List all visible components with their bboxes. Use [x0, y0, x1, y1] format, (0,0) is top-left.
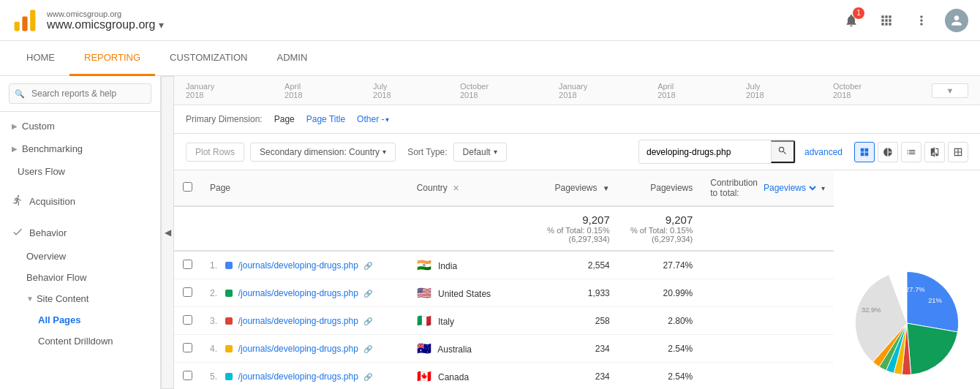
- row-pv1: 1,933: [526, 279, 618, 307]
- primary-dimension-label: Primary Dimension:: [186, 114, 263, 124]
- table-row: 4. /journals/developing-drugs.php 🔗 🇦🇺 A…: [174, 335, 834, 363]
- sidebar-item-behavior-flow[interactable]: Behavior Flow: [0, 267, 160, 288]
- row-checkbox[interactable]: [183, 343, 192, 352]
- arrow-icon: ▶: [12, 122, 18, 130]
- sidebar-item-content-drilldown[interactable]: Content Drilldown: [0, 331, 160, 352]
- external-link-icon: 🔗: [363, 290, 372, 298]
- sidebar-item-users-flow[interactable]: Users Flow: [0, 160, 160, 183]
- row-checkbox-cell: [174, 279, 201, 307]
- sidebar-item-overview[interactable]: Overview: [0, 246, 160, 267]
- svg-text:21%: 21%: [928, 296, 942, 304]
- row-contribution: [701, 363, 834, 390]
- sidebar-section-acquisition: Acquisition: [0, 186, 160, 217]
- header-pageviews-sort[interactable]: Pageviews ▼: [526, 170, 618, 206]
- view-compare-button[interactable]: [924, 142, 945, 162]
- sidebar-item-all-pages[interactable]: All Pages: [0, 309, 160, 331]
- sort-type-button[interactable]: Default ▾: [453, 143, 507, 162]
- secondary-dimension-button[interactable]: Secondary dimension: Country ▾: [250, 143, 396, 162]
- page-link[interactable]: /journals/developing-drugs.php: [238, 260, 358, 271]
- view-table-button[interactable]: [901, 142, 921, 162]
- behavior-icon: [12, 226, 23, 240]
- view-icons: [854, 142, 968, 162]
- table-row: 5. /journals/developing-drugs.php 🔗 🇨🇦 C…: [174, 363, 834, 390]
- row-country: 🇺🇸 United States: [408, 279, 527, 307]
- row-color-dot: [225, 317, 233, 325]
- row-checkbox[interactable]: [183, 371, 192, 380]
- chart-toggle[interactable]: ▼: [932, 83, 968, 98]
- search-box: [0, 76, 160, 112]
- table-row: 3. /journals/developing-drugs.php 🔗 🇮🇹 I…: [174, 307, 834, 335]
- plot-rows-button[interactable]: Plot Rows: [186, 143, 244, 162]
- contribution-select[interactable]: Pageviews: [761, 182, 818, 194]
- sidebar-item-benchmarking[interactable]: ▶ Benchmarking: [0, 137, 160, 160]
- dim-other-button[interactable]: Other - ▾: [354, 113, 392, 126]
- row-checkbox-cell: [174, 251, 201, 279]
- site-url-main: www.omicsgroup.org ▾: [47, 18, 840, 31]
- page-link[interactable]: /journals/developing-drugs.php: [238, 288, 358, 298]
- row-color-dot: [225, 345, 233, 352]
- search-input[interactable]: [9, 83, 151, 104]
- row-checkbox-cell: [174, 363, 201, 390]
- row-checkbox[interactable]: [183, 315, 192, 325]
- timeline-label-5: January 2018: [559, 82, 599, 99]
- row-pv2: 2.54%: [619, 363, 702, 390]
- page-link[interactable]: /journals/developing-drugs.php: [238, 371, 358, 382]
- filter-search-button[interactable]: [771, 140, 795, 163]
- view-pie-button[interactable]: [878, 142, 898, 162]
- header-country: Country ✕: [408, 170, 527, 206]
- svg-rect-0: [15, 21, 20, 31]
- pie-chart-container: 27.7%21%32.9%: [834, 170, 980, 389]
- svg-text:32.9%: 32.9%: [862, 305, 881, 313]
- timeline-bar: January 2018 April 2018 July 2018 Octobe…: [174, 76, 980, 105]
- arrow-icon: ▶: [12, 145, 18, 153]
- header-contribution: Contribution to total: Pageviews ▾: [701, 170, 834, 206]
- timeline-label-3: July 2018: [373, 82, 402, 99]
- more-options-button[interactable]: [910, 9, 933, 32]
- sidebar-collapse-button[interactable]: ◀: [161, 76, 174, 389]
- svg-rect-2: [30, 10, 35, 31]
- external-link-icon: 🔗: [363, 262, 372, 270]
- tab-home[interactable]: HOME: [12, 41, 69, 76]
- country-remove-icon[interactable]: ✕: [453, 184, 459, 192]
- view-grid-button[interactable]: [854, 142, 875, 162]
- user-avatar[interactable]: [945, 9, 968, 32]
- apps-button[interactable]: [875, 9, 898, 32]
- select-all-checkbox[interactable]: [183, 182, 192, 192]
- sidebar-item-custom[interactable]: ▶ Custom: [0, 115, 160, 137]
- row-page: 5. /journals/developing-drugs.php 🔗: [201, 363, 408, 390]
- sidebar: ▶ Custom ▶ Benchmarking Users Flow Acqui…: [0, 76, 161, 389]
- notifications-button[interactable]: 1: [840, 9, 863, 32]
- tab-reporting[interactable]: REPORTING: [69, 41, 155, 76]
- page-link[interactable]: /journals/developing-drugs.php: [238, 344, 358, 354]
- advanced-link[interactable]: advanced: [804, 147, 843, 157]
- sidebar-item-site-content[interactable]: ▼ Site Content: [0, 288, 160, 309]
- dropdown-arrow-icon[interactable]: ▾: [159, 19, 164, 31]
- row-checkbox[interactable]: [183, 260, 192, 269]
- country-flag: 🇨🇦: [417, 370, 431, 382]
- timeline-label-4: October 2018: [460, 82, 500, 99]
- row-checkbox[interactable]: [183, 287, 192, 297]
- sort-arrow-icon: ▾: [494, 148, 497, 156]
- row-page: 4. /journals/developing-drugs.php 🔗: [201, 335, 408, 363]
- dim-page-title-button[interactable]: Page Title: [304, 113, 348, 126]
- sidebar-item-acquisition[interactable]: Acquisition: [0, 189, 160, 214]
- top-icons: 1: [840, 9, 968, 32]
- svg-text:27.7%: 27.7%: [905, 284, 925, 292]
- row-contribution: [701, 307, 834, 335]
- tab-admin[interactable]: ADMIN: [262, 41, 322, 76]
- table-chart-area: Page Country ✕ Pageviews ▼ Pageviews: [174, 170, 980, 389]
- country-name: Canada: [438, 372, 469, 382]
- filter-input[interactable]: [639, 143, 771, 161]
- contribution-arrow-icon: ▾: [821, 184, 825, 192]
- dim-page-button[interactable]: Page: [271, 113, 298, 126]
- tab-customization[interactable]: CUSTOMIZATION: [155, 41, 262, 76]
- external-link-icon: 🔗: [363, 373, 372, 381]
- row-country: 🇮🇳 India: [408, 251, 527, 279]
- page-link[interactable]: /journals/developing-drugs.php: [238, 316, 358, 326]
- timeline-label-1: January 2018: [186, 82, 226, 99]
- row-color-dot: [225, 373, 233, 380]
- sidebar-item-behavior[interactable]: Behavior: [0, 220, 160, 246]
- country-flag: 🇮🇳: [417, 259, 431, 271]
- view-pivot-button[interactable]: [948, 142, 968, 162]
- external-link-icon: 🔗: [363, 317, 372, 325]
